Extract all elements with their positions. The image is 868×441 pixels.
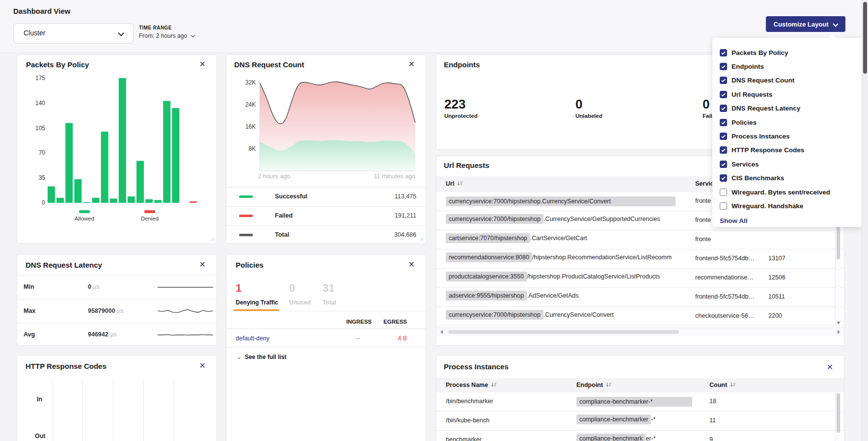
url-highlight: adservice:9555/hipstershop (446, 291, 527, 301)
customize-menu-item-label: DNS Request Count (732, 77, 794, 84)
column-header-ingress[interactable]: INGRESS (346, 319, 372, 325)
column-header-egress[interactable]: EGRESS (383, 319, 407, 325)
policy-tab-value[interactable]: 31 (323, 282, 334, 295)
process-table-row[interactable]: benchmarkercompliance-benchmarker-*9 (436, 431, 844, 441)
process-table-row[interactable]: /bin/kube-benchcompliance-benchmarker-*1… (436, 412, 844, 431)
customize-menu-item[interactable]: CIS Benchmarks (720, 171, 863, 185)
close-icon[interactable]: ✕ (827, 363, 833, 371)
policies-card: Policies ✕ 1Denying Traffic0Unused31Tota… (226, 254, 426, 441)
customize-layout-button[interactable]: Customize Layout (766, 16, 845, 32)
customize-menu-item[interactable]: HTTP Response Codes (720, 143, 863, 157)
service-cell: frontend-5fc5754db… (695, 255, 755, 262)
url-table-row[interactable]: adservice:9555/hipstershop.AdService/Get… (436, 288, 844, 307)
scroll-right-icon[interactable] (838, 330, 840, 334)
checkbox-unchecked-icon[interactable] (720, 202, 727, 210)
close-icon[interactable]: ✕ (199, 362, 206, 370)
policy-tab-label[interactable]: Total (323, 299, 336, 306)
horizontal-scrollbar[interactable] (436, 328, 844, 336)
customize-layout-menu: Packets By PolicyEndpointsDNS Request Co… (712, 38, 863, 227)
view-selector[interactable]: Cluster (13, 23, 134, 44)
service-cell: recommendationse… (695, 274, 754, 281)
column-header-process-name[interactable]: Process Name (446, 382, 497, 389)
customize-menu-item-label: Url Requests (732, 91, 772, 98)
see-full-list-link[interactable]: → See the full list (236, 354, 286, 360)
chevron-down-icon (118, 30, 124, 36)
time-range-value: From: 2 hours ago (139, 32, 187, 39)
endpoint-cell: compliance-benchmarker-* (576, 397, 692, 407)
scroll-down-icon[interactable] (837, 322, 841, 324)
x-axis-end-label: 11 minutes ago (374, 173, 415, 180)
checkbox-checked-icon[interactable] (720, 119, 727, 126)
policy-tab-value[interactable]: 0 (289, 282, 295, 295)
column-header-endpoint[interactable]: Endpoint (576, 382, 612, 389)
vertical-scrollbar[interactable] (835, 392, 841, 441)
url-table-row[interactable]: currencyservice:7000/hipstershop.Currenc… (436, 307, 844, 326)
close-icon[interactable]: ✕ (199, 261, 206, 269)
resize-handle[interactable] (210, 237, 215, 241)
customize-menu-item[interactable]: Wireguard. Bytes sent/received (720, 185, 863, 199)
time-range-control[interactable]: From: 2 hours ago (139, 32, 194, 39)
checkbox-checked-icon[interactable] (720, 49, 727, 56)
policy-tab-label[interactable]: Denying Traffic (236, 299, 278, 306)
customize-menu-item[interactable]: Wireguard. Handshake (720, 199, 863, 213)
card-title: Url Requests (444, 161, 489, 169)
gridline (82, 379, 83, 441)
customize-menu-item[interactable]: DNS Request Latency (720, 102, 863, 115)
url-table-row[interactable]: cartservice:7070/hipstershop.CartService… (436, 230, 844, 249)
latency-label: Max (24, 307, 35, 314)
customize-menu-item-label: Packets By Policy (732, 49, 788, 56)
url-cell: currencyservice:7000/hipstershop.Currenc… (446, 216, 660, 222)
process-name-cell: benchmarker (446, 436, 482, 441)
customize-menu-item[interactable]: DNS Request Count (720, 74, 863, 87)
customize-menu-item[interactable]: Process Instances (720, 129, 863, 143)
checkbox-checked-icon[interactable] (720, 133, 727, 140)
policy-egress-value: 4 B (398, 335, 407, 342)
service-cell: frontend-5fc5754db… (695, 293, 755, 300)
gridline (52, 379, 53, 441)
checkbox-checked-icon[interactable] (720, 174, 727, 182)
policy-name-link[interactable]: default-deny (236, 335, 270, 342)
policy-tab-label[interactable]: Unused (289, 299, 311, 306)
latency-unit: µs (91, 283, 100, 290)
policy-tab-value[interactable]: 1 (236, 282, 242, 295)
checkbox-checked-icon[interactable] (720, 77, 727, 84)
horizontal-scroll-thumb[interactable] (448, 330, 679, 334)
stat-value: 0 (703, 97, 709, 112)
sort-icon (491, 382, 497, 389)
column-header-url[interactable]: Url (446, 180, 463, 188)
checkbox-checked-icon[interactable] (720, 161, 727, 168)
show-all-link[interactable]: Show All (720, 217, 863, 224)
checkbox-checked-icon[interactable] (720, 105, 727, 112)
customize-menu-item[interactable]: Services (720, 157, 863, 171)
svg-text:175: 175 (35, 75, 45, 82)
resize-handle[interactable] (419, 237, 424, 241)
time-range-label: TIME RANGE (139, 25, 172, 30)
customize-menu-item[interactable]: Url Requests (720, 87, 863, 101)
count-cell: 12506 (768, 274, 786, 281)
page-scrollbar[interactable] (862, 0, 868, 441)
close-icon[interactable]: ✕ (199, 60, 206, 68)
close-icon[interactable]: ✕ (408, 261, 415, 269)
url-highlight: productcatalogservice:3550 (446, 272, 527, 281)
process-table-row[interactable]: /bin/benchmarkercompliance-benchmarker-*… (436, 392, 844, 412)
url-text: /hipstershop.RecommendationService/ListR… (532, 254, 672, 261)
page-scrollbar-thumb[interactable] (863, 2, 867, 74)
checkbox-checked-icon[interactable] (720, 146, 727, 154)
customize-menu-item[interactable]: Endpoints (720, 59, 863, 73)
checkbox-unchecked-icon[interactable] (720, 189, 727, 196)
stat-label: Unprotected (444, 113, 478, 119)
row-label-out: Out (35, 433, 46, 440)
scroll-left-icon[interactable] (440, 330, 443, 334)
close-icon[interactable]: ✕ (408, 60, 415, 68)
url-table-row[interactable]: recommendationservice:8080/hipstershop.R… (436, 249, 844, 269)
checkbox-checked-icon[interactable] (720, 91, 727, 98)
latency-row: Min0 µs (17, 276, 217, 300)
checkbox-checked-icon[interactable] (720, 63, 727, 70)
customize-menu-item[interactable]: Packets By Policy (720, 46, 863, 59)
svg-text:8K: 8K (248, 145, 256, 152)
legend-swatch (239, 195, 253, 198)
table-divider (226, 329, 426, 329)
url-table-row[interactable]: productcatalogservice:3550/hipstershop.P… (436, 269, 844, 288)
column-header-count[interactable]: Count (709, 382, 736, 389)
customize-menu-item[interactable]: Policies (720, 115, 863, 129)
